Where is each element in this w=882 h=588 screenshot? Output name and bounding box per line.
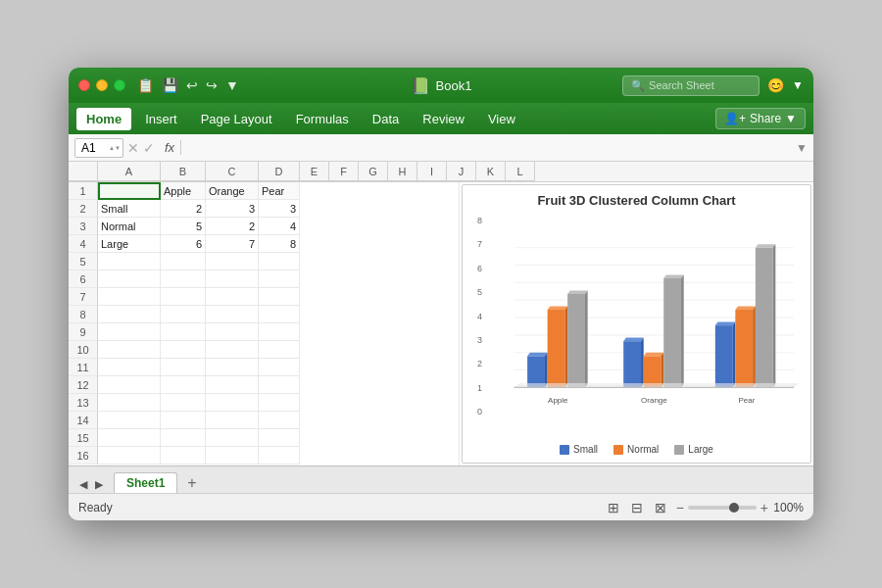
col-header-j[interactable]: J [447, 162, 476, 181]
cell-b4[interactable]: 6 [161, 235, 206, 253]
row-7-header[interactable]: 7 [69, 288, 98, 306]
cell-c12[interactable] [206, 376, 259, 394]
cell-a11[interactable] [98, 359, 161, 376]
next-sheet-arrow[interactable]: ▶ [92, 476, 106, 493]
page-layout-view-icon[interactable]: ⊟ [629, 498, 645, 517]
cell-d1[interactable]: Pear [259, 182, 300, 200]
user-dropdown[interactable]: ▼ [792, 78, 804, 92]
formula-cancel-icon[interactable]: ✕ [127, 140, 139, 156]
cell-d3[interactable]: 4 [259, 218, 300, 235]
cell-c7[interactable] [206, 288, 259, 306]
cell-reference-box[interactable]: A1 ▲▼ [74, 138, 123, 158]
tab-pagelayout[interactable]: Page Layout [191, 108, 282, 130]
sheet-tab-sheet1[interactable]: Sheet1 [114, 472, 177, 493]
cell-c3[interactable]: 2 [206, 218, 259, 235]
cell-c6[interactable] [206, 270, 259, 288]
cell-c5[interactable] [206, 253, 259, 270]
cell-d2[interactable]: 3 [259, 200, 300, 218]
cell-a14[interactable] [98, 412, 161, 429]
cell-c16[interactable] [206, 447, 259, 465]
normal-view-icon[interactable]: ⊞ [606, 498, 621, 517]
cell-b7[interactable] [161, 288, 206, 306]
cell-b8[interactable] [161, 306, 206, 323]
tab-view[interactable]: View [478, 108, 525, 130]
cell-d6[interactable] [259, 270, 300, 288]
cell-a10[interactable] [98, 341, 161, 359]
cell-d16[interactable] [259, 447, 300, 465]
tab-formulas[interactable]: Formulas [286, 108, 359, 130]
cell-a15[interactable] [98, 429, 161, 447]
cell-c11[interactable] [206, 359, 259, 376]
col-header-f[interactable]: F [329, 162, 359, 181]
col-header-h[interactable]: H [388, 162, 417, 181]
cell-a7[interactable] [98, 288, 161, 306]
cell-a9[interactable] [98, 323, 161, 341]
zoom-in-button[interactable]: + [760, 500, 768, 515]
cell-b16[interactable] [161, 447, 206, 465]
formula-input[interactable] [185, 146, 792, 150]
row-16-header[interactable]: 16 [69, 447, 98, 465]
row-12-header[interactable]: 12 [69, 376, 98, 394]
col-header-e[interactable]: E [300, 162, 329, 181]
row-8-header[interactable]: 8 [69, 306, 98, 323]
cell-b13[interactable] [161, 394, 206, 412]
cell-a6[interactable] [98, 270, 161, 288]
cell-b1[interactable]: Apple [161, 182, 206, 200]
save-icon[interactable]: 💾 [162, 77, 178, 93]
cell-c8[interactable] [206, 306, 259, 323]
cell-d9[interactable] [259, 323, 300, 341]
user-icon[interactable]: 😊 [767, 77, 784, 93]
cell-d15[interactable] [259, 429, 300, 447]
cell-d5[interactable] [259, 253, 300, 270]
tab-insert[interactable]: Insert [135, 108, 187, 130]
cell-b5[interactable] [161, 253, 206, 270]
zoom-out-button[interactable]: − [676, 500, 684, 515]
col-header-k[interactable]: K [476, 162, 506, 181]
cell-d7[interactable] [259, 288, 300, 306]
cell-c9[interactable] [206, 323, 259, 341]
row-10-header[interactable]: 10 [69, 341, 98, 359]
row-9-header[interactable]: 9 [69, 323, 98, 341]
cell-a1[interactable] [98, 182, 161, 200]
cell-b11[interactable] [161, 359, 206, 376]
add-sheet-button[interactable]: + [181, 473, 202, 493]
row-5-header[interactable]: 5 [69, 253, 98, 270]
cell-b10[interactable] [161, 341, 206, 359]
tab-home[interactable]: Home [76, 108, 131, 130]
col-header-b[interactable]: B [161, 162, 206, 181]
row-2-header[interactable]: 2 [69, 200, 98, 218]
col-header-g[interactable]: G [359, 162, 388, 181]
row-3-header[interactable]: 3 [69, 218, 98, 235]
row-4-header[interactable]: 4 [69, 235, 98, 253]
close-button[interactable] [78, 79, 90, 91]
cell-a12[interactable] [98, 376, 161, 394]
row-1-header[interactable]: 1 [69, 182, 98, 200]
cell-d12[interactable] [259, 376, 300, 394]
cell-b12[interactable] [161, 376, 206, 394]
cell-b15[interactable] [161, 429, 206, 447]
cell-c1[interactable]: Orange [206, 182, 259, 200]
col-header-a[interactable]: A [98, 162, 161, 181]
cell-c13[interactable] [206, 394, 259, 412]
cell-d8[interactable] [259, 306, 300, 323]
cell-a4[interactable]: Large [98, 235, 161, 253]
cell-c10[interactable] [206, 341, 259, 359]
search-bar[interactable]: 🔍 Search Sheet [622, 75, 760, 96]
cell-c15[interactable] [206, 429, 259, 447]
maximize-button[interactable] [114, 79, 125, 91]
cell-a16[interactable] [98, 447, 161, 465]
col-header-i[interactable]: I [417, 162, 447, 181]
dropdown-arrow-icon[interactable]: ▼ [225, 77, 239, 93]
cell-c4[interactable]: 7 [206, 235, 259, 253]
cell-b3[interactable]: 5 [161, 218, 206, 235]
formula-confirm-icon[interactable]: ✓ [143, 140, 155, 156]
cell-a5[interactable] [98, 253, 161, 270]
cell-c2[interactable]: 3 [206, 200, 259, 218]
cell-d13[interactable] [259, 394, 300, 412]
cell-b2[interactable]: 2 [161, 200, 206, 218]
col-header-l[interactable]: L [506, 162, 535, 181]
cell-a2[interactable]: Small [98, 200, 161, 218]
cell-c14[interactable] [206, 412, 259, 429]
cell-a13[interactable] [98, 394, 161, 412]
cell-d14[interactable] [259, 412, 300, 429]
